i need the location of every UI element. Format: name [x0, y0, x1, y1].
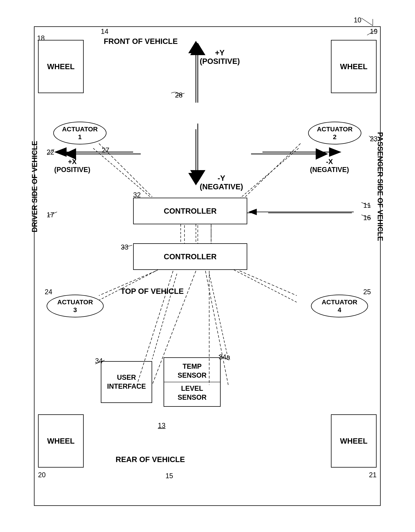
temp-level-sensor-box: TEMPSENSOR LEVELSENSOR [164, 357, 221, 407]
negative-y-label: -Y (NEGATIVE) [200, 174, 243, 191]
svg-line-14 [95, 270, 158, 302]
actuator-1: ACTUATOR1 [53, 122, 106, 144]
ref-27: 27 [102, 146, 109, 154]
controller-33: CONTROLLER [133, 243, 247, 270]
ref-21: 21 [369, 471, 376, 479]
ref-17-arrow [47, 211, 58, 217]
svg-line-16 [152, 274, 177, 359]
svg-marker-53 [248, 209, 257, 215]
ref-33-arrow [121, 243, 134, 249]
svg-line-26 [369, 136, 376, 142]
negative-x-label: -X (NEGATIVE) [310, 158, 349, 174]
svg-line-32 [219, 355, 229, 360]
front-of-vehicle-label: FRONT OF VEHICLE [84, 37, 198, 46]
ref-14: 14 [101, 28, 108, 36]
ref-10-arrow [357, 16, 380, 28]
svg-marker-40 [329, 147, 341, 157]
actuator-2: ACTUATOR2 [308, 122, 361, 144]
svg-line-29 [361, 215, 371, 218]
svg-line-23 [367, 29, 376, 35]
ref-15: 15 [165, 472, 173, 480]
controller-32: CONTROLLER [133, 198, 247, 224]
svg-line-25 [48, 149, 54, 155]
ref-32: 32 [133, 191, 141, 199]
top-of-vehicle-label: TOP OF VEHICLE [86, 287, 219, 295]
svg-line-30 [122, 245, 132, 248]
wheel-bottom-left: WHEEL [38, 414, 84, 467]
passenger-side-label: PASSENGER SIDE OF VEHICLE [376, 130, 384, 244]
ref-23-arrow [362, 135, 377, 142]
ref-19-arrow [365, 28, 380, 36]
ref-24: 24 [45, 288, 52, 296]
ref-11-arrow [360, 201, 372, 207]
ref-34a-arrow [218, 354, 231, 361]
driver-side-label: DRIVER SIDE OF VEHICLE [31, 130, 39, 244]
ref-20: 20 [38, 471, 46, 479]
actuator-3: ACTUATOR3 [47, 294, 104, 317]
ref-34-arrow [94, 359, 106, 365]
ref-16-arrow [360, 214, 372, 219]
positive-y-label: +Y (POSITIVE) [200, 48, 240, 66]
svg-line-24 [177, 93, 184, 96]
ref-13: 13 [158, 422, 165, 429]
ref-28-arrow [175, 91, 186, 97]
rear-of-vehicle-label: REAR OF VEHICLE [84, 455, 217, 464]
diagram-container: 10 19 18 14 FRONT OF VEHICLE +Y (POSITIV… [19, 11, 396, 521]
wheel-bottom-right: WHEEL [331, 414, 376, 467]
svg-line-42 [245, 143, 300, 197]
svg-line-17 [209, 274, 228, 359]
wheel-top-right: WHEEL [331, 40, 376, 93]
wheel-top-left: WHEEL [38, 40, 84, 93]
svg-line-9 [93, 148, 158, 203]
svg-line-31 [95, 360, 105, 364]
svg-line-10 [234, 148, 299, 203]
positive-x-label: +X (POSITIVE) [54, 158, 90, 174]
ref-25: 25 [363, 288, 371, 296]
svg-line-47 [240, 271, 297, 295]
user-interface-box: USERINTERFACE [101, 361, 152, 403]
svg-line-28 [361, 202, 371, 206]
svg-line-15 [234, 270, 297, 302]
ref-22-arrow [47, 148, 62, 156]
svg-line-27 [48, 212, 57, 216]
svg-line-21 [361, 18, 373, 26]
actuator-4: ACTUATOR4 [311, 294, 368, 317]
